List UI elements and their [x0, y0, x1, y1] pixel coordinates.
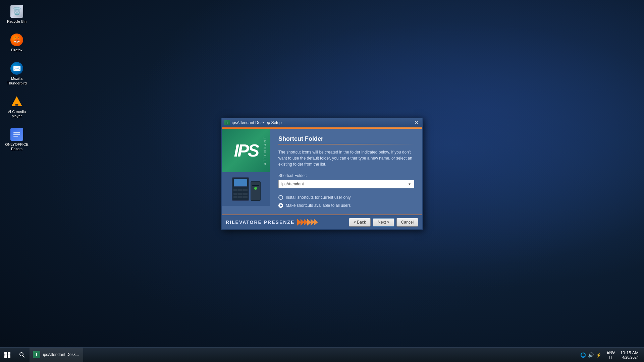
start-sq-4 [8, 355, 10, 358]
start-sq-2 [8, 352, 10, 355]
battery-icon: ⚡ [596, 352, 601, 358]
key-7 [233, 196, 238, 198]
taskbar-time: 10:15 AM [620, 350, 639, 355]
footer-banner: RILEVATORE PRESENZE [226, 219, 346, 226]
system-tray[interactable]: 🌐 🔊 ⚡ [578, 348, 604, 362]
dialog-footer: RILEVATORE PRESENZE < Back Next > Cancel [222, 215, 422, 229]
footer-buttons: < Back Next > Cancel [349, 218, 418, 227]
taskbar-date: 4/28/2024 [622, 355, 639, 359]
next-button[interactable]: Next > [373, 218, 394, 227]
network-icon: 🌐 [580, 352, 586, 358]
key-6 [243, 193, 248, 195]
taskbar-app-ips[interactable]: I ipsAttendant Desk... [30, 348, 83, 362]
svg-line-6 [23, 356, 24, 357]
back-button[interactable]: < Back [349, 218, 371, 227]
dialog-title-text: ipsAttendant Desktop Setup [232, 120, 413, 125]
title-underline [278, 144, 414, 144]
start-icon [4, 352, 10, 358]
device-illustration [232, 177, 261, 201]
language-it: IT [607, 355, 615, 360]
attendant-text: ATTENDANT [263, 136, 267, 165]
cancel-button[interactable]: Cancel [396, 218, 418, 227]
radio-group: Install shortcuts for current user only … [278, 195, 414, 208]
radio-current-user[interactable]: Install shortcuts for current user only [278, 195, 414, 200]
language-indicator[interactable]: ENG IT [605, 350, 616, 360]
taskbar-clock[interactable]: 10:15 AM 4/28/2024 [618, 348, 641, 362]
banner-arrows [297, 219, 317, 226]
desktop: 🗑️ Recycle Bin 🦊 Firefox ✉️ Mozilla Thun… [0, 0, 644, 362]
folder-dropdown[interactable]: ipsAttendant ▼ [278, 180, 414, 188]
start-sq-1 [4, 352, 7, 355]
dialog-titlebar: I ipsAttendant Desktop Setup ✕ [222, 118, 422, 127]
terminal-screen [234, 179, 247, 187]
svg-point-5 [20, 353, 23, 356]
terminal-device [232, 177, 249, 201]
language-eng: ENG [607, 350, 615, 355]
taskbar-app-label: ipsAttendant Desk... [43, 352, 79, 357]
section-title: Shortcut Folder [278, 135, 414, 142]
taskbar-right-area: 🌐 🔊 ⚡ ENG IT 10:15 AM 4/28/2024 [578, 348, 644, 362]
radio-label-all: Make shortcuts available to all users [286, 203, 351, 208]
key-9 [243, 196, 248, 198]
volume-icon: 🔊 [588, 352, 594, 358]
taskbar: I ipsAttendant Desk... 🌐 🔊 ⚡ ENG IT 10:1… [0, 347, 644, 362]
dialog-content: Shortcut Folder The shortcut icons will … [270, 129, 422, 215]
start-sq-3 [4, 355, 7, 358]
dialog-overlay: I ipsAttendant Desktop Setup ✕ IPS ATTEN [0, 0, 644, 347]
ips-logo-text: IPS [234, 142, 258, 159]
radio-circle-all[interactable] [278, 203, 283, 208]
dialog-body: IPS ATTENDANT [222, 129, 422, 215]
key-4 [233, 193, 238, 195]
key-3 [243, 189, 248, 191]
dropdown-arrow-icon: ▼ [408, 182, 411, 186]
folder-field-label: Shortcut Folder: [278, 173, 414, 178]
terminal-keypad [232, 188, 249, 200]
dialog-left-panel: IPS ATTENDANT [222, 129, 270, 215]
key-2 [238, 189, 243, 191]
setup-dialog: I ipsAttendant Desktop Setup ✕ IPS ATTEN [221, 118, 423, 230]
close-button[interactable]: ✕ [413, 119, 420, 126]
card-slot [252, 185, 259, 186]
arrow-6 [314, 219, 318, 226]
radio-all-users[interactable]: Make shortcuts available to all users [278, 203, 414, 208]
card-reader-device [251, 181, 261, 201]
radio-label-current: Install shortcuts for current user only [286, 195, 351, 200]
start-button[interactable] [0, 348, 15, 362]
dialog-title-icon: I [224, 120, 230, 125]
device-illustration-panel [222, 172, 270, 206]
search-icon [19, 352, 25, 358]
taskbar-app-icon: I [33, 351, 40, 358]
ips-logo-panel: IPS ATTENDANT [222, 129, 270, 172]
taskbar-search-button[interactable] [15, 348, 30, 362]
folder-dropdown-value: ipsAttendant [281, 182, 408, 186]
section-description: The shortcut icons will be created in th… [278, 149, 414, 167]
banner-text: RILEVATORE PRESENZE [226, 220, 294, 225]
key-8 [238, 196, 243, 198]
key-1 [233, 189, 238, 191]
green-indicator [254, 187, 257, 190]
key-5 [238, 193, 243, 195]
radio-circle-current[interactable] [278, 195, 283, 200]
